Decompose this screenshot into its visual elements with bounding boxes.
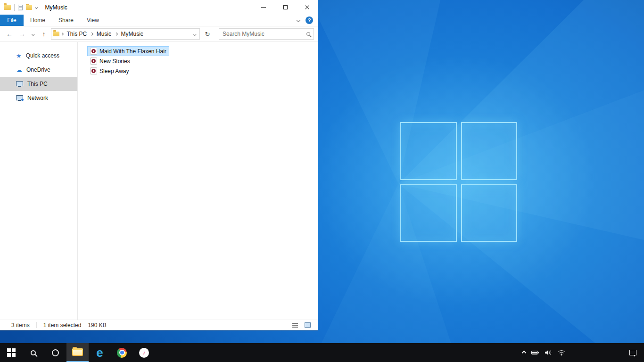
search-box — [219, 28, 314, 40]
file-explorer-window: MyMusic File Home Share View ? ← → ↑ Thi… — [0, 0, 318, 330]
windows-logo-pane — [461, 184, 518, 242]
volume-button[interactable] — [545, 350, 552, 355]
maximize-button[interactable] — [274, 0, 296, 15]
breadcrumb-chevron-icon — [115, 33, 117, 35]
details-view-icon — [292, 323, 298, 328]
address-bar[interactable]: This PC Music MyMusic — [51, 28, 200, 40]
chevron-down-icon — [32, 33, 34, 35]
sidebar-item-label: This PC — [27, 81, 48, 87]
tab-view[interactable]: View — [80, 15, 106, 26]
customize-toolbar-chevron-icon[interactable] — [35, 6, 38, 8]
items-count: 3 items — [11, 322, 30, 329]
music-file-icon — [90, 48, 97, 55]
expand-ribbon-chevron-icon[interactable] — [297, 18, 300, 22]
breadcrumb-this-pc[interactable]: This PC — [65, 31, 90, 37]
file-item-new-stories[interactable]: New Stories — [87, 56, 133, 66]
recent-locations-button[interactable] — [29, 28, 37, 40]
toolbar-separator — [14, 4, 15, 11]
cloud-icon: ☁ — [16, 67, 22, 73]
location-folder-icon — [53, 32, 59, 36]
start-button[interactable] — [0, 343, 22, 362]
file-name: New Stories — [99, 58, 130, 65]
sidebar-item-onedrive[interactable]: ☁ OneDrive — [0, 63, 77, 77]
search-icon — [31, 350, 36, 355]
window-title: MyMusic — [45, 4, 67, 11]
battery-icon — [531, 350, 539, 355]
network-button[interactable] — [558, 350, 565, 356]
file-name: Maid With The Flaxen Hair — [99, 48, 166, 55]
tab-file[interactable]: File — [0, 15, 24, 26]
forward-button[interactable]: → — [17, 28, 28, 40]
search-icon[interactable] — [306, 32, 310, 36]
taskbar-edge-button[interactable]: e — [89, 343, 111, 362]
chevron-down-icon — [193, 33, 196, 35]
taskbar-chrome-button[interactable] — [111, 343, 133, 362]
system-tray — [522, 343, 644, 362]
ribbon-right-controls: ? — [297, 15, 318, 26]
close-icon — [305, 5, 310, 10]
battery-button[interactable] — [531, 350, 539, 355]
window-body: ★ Quick access ☁ OneDrive This PC Networ… — [0, 42, 318, 320]
sidebar-item-network[interactable]: Network — [0, 91, 77, 105]
taskbar-file-explorer-button[interactable] — [66, 343, 89, 362]
properties-icon[interactable] — [18, 5, 23, 10]
network-icon — [16, 95, 23, 101]
tab-home[interactable]: Home — [24, 15, 52, 26]
windows-logo-pane — [400, 122, 457, 180]
navigation-pane: ★ Quick access ☁ OneDrive This PC Networ… — [0, 42, 78, 320]
windows-logo — [400, 122, 517, 242]
search-input[interactable] — [223, 31, 306, 37]
navigation-bar: ← → ↑ This PC Music MyMusic ↻ — [0, 26, 318, 42]
up-button[interactable]: ↑ — [38, 28, 50, 40]
help-button[interactable]: ? — [305, 16, 313, 24]
music-file-icon — [90, 67, 97, 74]
quick-access-toolbar — [4, 4, 38, 11]
refresh-button[interactable]: ↻ — [201, 28, 214, 40]
hidden-icons-button[interactable] — [522, 351, 526, 354]
breadcrumb-mymusic[interactable]: MyMusic — [119, 31, 146, 37]
large-icons-view-button[interactable] — [303, 321, 312, 329]
file-item-maid-with-the-flaxen-hair[interactable]: Maid With The Flaxen Hair — [87, 46, 169, 56]
breadcrumb-music[interactable]: Music — [94, 31, 114, 37]
title-bar: MyMusic — [0, 0, 318, 15]
file-list: Maid With The Flaxen Hair New Stories Sl… — [78, 42, 318, 320]
chevron-up-icon — [522, 350, 527, 355]
ribbon-tab-row: File Home Share View ? — [0, 15, 318, 26]
caption-buttons — [253, 0, 318, 15]
star-icon: ★ — [16, 53, 22, 59]
taskbar: e ♪ — [0, 343, 644, 362]
wifi-icon — [558, 350, 565, 356]
view-toggles — [290, 321, 312, 329]
computer-icon — [16, 81, 23, 87]
selection-count: 1 item selected — [43, 322, 82, 329]
file-item-sleep-away[interactable]: Sleep Away — [87, 66, 132, 76]
minimize-button[interactable] — [253, 0, 274, 15]
sidebar-item-label: Network — [27, 95, 48, 101]
breadcrumb-chevron-icon — [60, 33, 63, 35]
action-center-button[interactable] — [629, 350, 636, 355]
window-folder-icon — [4, 5, 11, 10]
action-center-icon — [629, 350, 636, 355]
edge-icon: e — [96, 346, 103, 359]
tab-share[interactable]: Share — [52, 15, 80, 26]
close-button[interactable] — [296, 0, 318, 15]
address-dropdown[interactable] — [194, 33, 198, 35]
music-file-icon — [90, 58, 97, 65]
windows-start-icon — [7, 348, 16, 357]
selection-size: 190 KB — [88, 322, 106, 329]
taskbar-search-button[interactable] — [22, 343, 44, 362]
sidebar-item-label: OneDrive — [26, 66, 50, 73]
back-button[interactable]: ← — [4, 28, 15, 40]
cortana-button[interactable] — [44, 343, 66, 362]
sidebar-item-quick-access[interactable]: ★ Quick access — [0, 49, 77, 63]
sidebar-item-label: Quick access — [26, 52, 59, 59]
taskbar-itunes-button[interactable]: ♪ — [133, 343, 155, 362]
windows-logo-pane — [461, 122, 518, 180]
large-icons-view-icon — [305, 322, 311, 328]
status-bar: 3 items 1 item selected 190 KB — [0, 320, 318, 330]
chrome-icon — [117, 348, 127, 358]
minimize-icon — [261, 7, 266, 8]
sidebar-item-this-pc[interactable]: This PC — [0, 77, 77, 91]
details-view-button[interactable] — [290, 321, 300, 329]
new-folder-icon[interactable] — [26, 5, 32, 10]
